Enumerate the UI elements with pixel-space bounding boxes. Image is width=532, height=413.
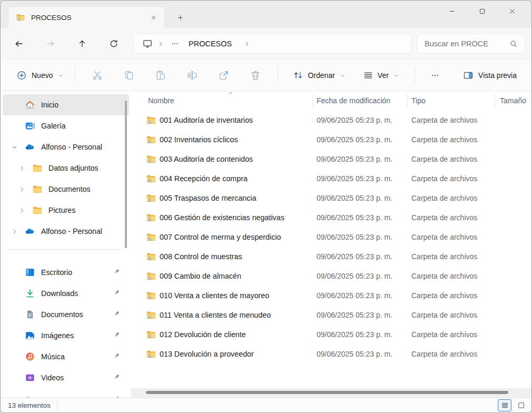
details-view-icon: [501, 401, 509, 409]
forward-button[interactable]: [41, 34, 60, 53]
back-button[interactable]: [9, 34, 28, 53]
sort-icon: [293, 70, 303, 81]
file-row[interactable]: 010 Venta a clientes de mayoreo09/06/202…: [131, 286, 531, 305]
file-row[interactable]: 011 Venta a clientes de menudeo09/06/202…: [131, 305, 531, 324]
sort-button[interactable]: Ordenar: [288, 66, 351, 84]
shared-folder-icon: [146, 310, 156, 320]
file-name: 005 Traspasos de mercancia: [160, 194, 257, 202]
breadcrumb[interactable]: PROCESOS: [133, 34, 411, 54]
icons-view-button[interactable]: [514, 399, 528, 411]
icons-view-icon: [517, 401, 525, 409]
details-view-button[interactable]: [498, 399, 511, 411]
status-divider: [57, 401, 57, 410]
sidebar-item-documentos[interactable]: Documentos: [3, 304, 129, 325]
file-type: Carpeta de archivos: [411, 291, 477, 300]
file-name: 008 Control de muestras: [160, 252, 242, 261]
sidebar-item-documentos[interactable]: Documentos: [3, 179, 129, 200]
file-type: Carpeta de archivos: [411, 252, 477, 261]
rename-button[interactable]: [182, 65, 203, 86]
file-row[interactable]: 009 Cambio de almacén09/06/2025 05:23 p.…: [131, 266, 531, 286]
sidebar-item-label: Galería: [41, 122, 66, 130]
file-date: 09/06/2025 05:23 p. m.: [317, 135, 392, 144]
search-box[interactable]: Buscar en PROCE: [417, 34, 525, 54]
file-row[interactable]: 013 Devolución a proveedor09/06/2025 05:…: [131, 344, 531, 363]
shared-folder-icon: [146, 232, 156, 242]
sidebar-item-label: Pictures: [48, 206, 75, 214]
status-bar: 13 elementos: [1, 398, 531, 412]
pin-icon: [113, 268, 121, 276]
maximize-icon: [478, 7, 486, 15]
file-row[interactable]: 002 Inventarios cíclicos09/06/2025 05:23…: [131, 130, 531, 149]
view-button[interactable]: Ver: [358, 66, 405, 84]
more-options-button[interactable]: [425, 65, 446, 86]
sidebar-item-escritorio[interactable]: Escritorio: [3, 262, 129, 283]
paste-button[interactable]: [150, 65, 171, 86]
file-type: Carpeta de archivos: [411, 116, 477, 124]
sidebar-item-alfonso-personal[interactable]: Alfonso - Personal: [3, 136, 129, 158]
view-button-label: Ver: [378, 71, 389, 80]
column-header-tamano[interactable]: Tamaño: [500, 96, 526, 105]
shared-folder-icon: [146, 271, 156, 281]
refresh-button[interactable]: [104, 34, 123, 53]
music-icon: [25, 351, 35, 362]
horizontal-scrollbar[interactable]: [131, 388, 531, 398]
file-row[interactable]: 006 Gestión de existencias negativas09/0…: [131, 208, 531, 227]
delete-button[interactable]: [245, 65, 266, 86]
shared-folder-icon: [146, 173, 156, 184]
sidebar-item-inicio[interactable]: Inicio: [3, 94, 129, 115]
file-row[interactable]: 005 Traspasos de mercancia09/06/2025 05:…: [131, 188, 531, 208]
file-row[interactable]: 001 Auditoría de inventarios09/06/2025 0…: [131, 110, 531, 130]
sidebar-divider: [7, 249, 125, 250]
sidebar-item-partial[interactable]: [3, 392, 129, 398]
close-button[interactable]: [497, 1, 527, 22]
column-header-tipo[interactable]: Tipo: [411, 96, 426, 105]
sidebar-item-datos-adjuntos[interactable]: Datos adjuntos: [3, 158, 129, 179]
sidebar-item-imagenes[interactable]: Imágenes: [3, 325, 129, 346]
file-row[interactable]: 003 Auditoría de contenidos09/06/2025 05…: [131, 149, 531, 169]
copy-button[interactable]: [119, 65, 140, 86]
file-name: 001 Auditoría de inventarios: [160, 116, 253, 124]
sidebar-scrollbar[interactable]: [125, 101, 127, 248]
new-tab-button[interactable]: [172, 9, 188, 25]
column-divider[interactable]: [407, 94, 408, 107]
new-button[interactable]: Nuevo: [12, 66, 68, 84]
minimize-button[interactable]: [437, 1, 467, 22]
sidebar-item-galeria[interactable]: Galería: [3, 115, 129, 136]
search-placeholder: Buscar en PROCE: [425, 40, 509, 48]
sidebar-item-label: Datos adjuntos: [48, 164, 98, 172]
column-divider[interactable]: [495, 94, 495, 107]
sort-ascending-icon: [227, 91, 234, 96]
file-row[interactable]: 007 Control de merma y desperdicio09/06/…: [131, 227, 531, 247]
file-type: Carpeta de archivos: [411, 330, 477, 339]
maximize-button[interactable]: [467, 1, 497, 22]
horizontal-scrollbar-thumb[interactable]: [146, 391, 508, 394]
share-button[interactable]: [213, 65, 234, 86]
sidebar-item-musica[interactable]: Música: [3, 346, 129, 367]
column-divider[interactable]: [312, 94, 313, 107]
file-row[interactable]: 012 Devolución de cliente09/06/2025 05:2…: [131, 324, 531, 344]
file-row[interactable]: 008 Control de muestras09/06/2025 05:23 …: [131, 247, 531, 266]
tab-close-button[interactable]: [146, 11, 160, 24]
file-name: 012 Devolución de cliente: [160, 330, 246, 339]
shared-folder-icon: [146, 349, 156, 359]
column-header-fecha[interactable]: Fecha de modificación: [317, 96, 390, 105]
sidebar-item-videos[interactable]: Videos: [3, 367, 129, 388]
paste-icon: [155, 70, 166, 81]
breadcrumb-ellipsis[interactable]: [171, 40, 179, 48]
document-icon: [25, 309, 35, 320]
file-row[interactable]: 004 Recepción de compra09/06/2025 05:23 …: [131, 169, 531, 188]
preview-pane-button[interactable]: Vista previa: [459, 66, 521, 84]
sidebar-item-alfonso-personal[interactable]: Alfonso - Personal: [3, 221, 129, 242]
chevron-small-icon: [57, 72, 64, 79]
tab-procesos[interactable]: PROCESOS: [8, 6, 165, 28]
sidebar-item-pictures[interactable]: Pictures: [3, 200, 129, 221]
breadcrumb-current[interactable]: PROCESOS: [189, 40, 232, 48]
preview-button-label: Vista previa: [478, 71, 517, 80]
up-button[interactable]: [72, 34, 92, 53]
column-header-nombre[interactable]: Nombre: [148, 96, 174, 105]
cut-button[interactable]: [87, 65, 108, 86]
sidebar-item-downloads[interactable]: Downloads: [3, 283, 129, 304]
file-type: Carpeta de archivos: [411, 135, 477, 144]
sidebar-item-label: Alfonso - Personal: [41, 227, 102, 235]
pin-icon: [113, 352, 121, 360]
